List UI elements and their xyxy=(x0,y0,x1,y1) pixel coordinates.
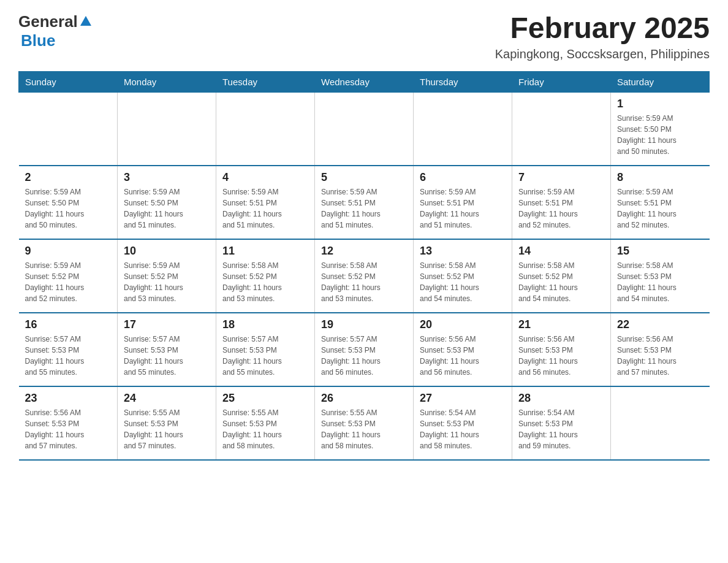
calendar-week-2: 2Sunrise: 5:59 AM Sunset: 5:50 PM Daylig… xyxy=(19,166,710,239)
day-number: 7 xyxy=(518,171,604,184)
day-number: 20 xyxy=(420,318,506,331)
day-info: Sunrise: 5:59 AM Sunset: 5:50 PM Dayligh… xyxy=(25,186,112,231)
day-number: 19 xyxy=(321,318,407,331)
day-info: Sunrise: 5:59 AM Sunset: 5:52 PM Dayligh… xyxy=(25,260,112,304)
day-info: Sunrise: 5:59 AM Sunset: 5:51 PM Dayligh… xyxy=(617,186,703,231)
header-sunday: Sunday xyxy=(19,71,118,92)
calendar-cell: 2Sunrise: 5:59 AM Sunset: 5:50 PM Daylig… xyxy=(19,166,118,239)
calendar-week-4: 16Sunrise: 5:57 AM Sunset: 5:53 PM Dayli… xyxy=(19,313,710,386)
calendar-cell: 1Sunrise: 5:59 AM Sunset: 5:50 PM Daylig… xyxy=(611,92,710,166)
calendar-cell: 27Sunrise: 5:54 AM Sunset: 5:53 PM Dayli… xyxy=(414,386,512,460)
header-monday: Monday xyxy=(118,71,216,92)
day-number: 18 xyxy=(222,318,308,331)
day-number: 12 xyxy=(321,245,407,258)
calendar-week-3: 9Sunrise: 5:59 AM Sunset: 5:52 PM Daylig… xyxy=(19,239,710,313)
title-section: February 2025 Kapingkong, Soccsksargen, … xyxy=(495,12,710,61)
day-info: Sunrise: 5:56 AM Sunset: 5:53 PM Dayligh… xyxy=(518,334,604,378)
day-number: 9 xyxy=(25,245,112,258)
day-info: Sunrise: 5:56 AM Sunset: 5:53 PM Dayligh… xyxy=(617,334,703,378)
svg-marker-0 xyxy=(80,16,91,26)
header-friday: Friday xyxy=(512,71,611,92)
calendar-cell: 17Sunrise: 5:57 AM Sunset: 5:53 PM Dayli… xyxy=(118,313,216,386)
calendar-cell: 22Sunrise: 5:56 AM Sunset: 5:53 PM Dayli… xyxy=(611,313,710,386)
calendar-cell xyxy=(414,92,512,166)
calendar-cell: 13Sunrise: 5:58 AM Sunset: 5:52 PM Dayli… xyxy=(414,239,512,313)
day-info: Sunrise: 5:56 AM Sunset: 5:53 PM Dayligh… xyxy=(25,407,112,451)
day-number: 2 xyxy=(25,171,112,184)
header-thursday: Thursday xyxy=(414,71,512,92)
day-number: 14 xyxy=(518,245,604,258)
calendar-cell: 7Sunrise: 5:59 AM Sunset: 5:51 PM Daylig… xyxy=(512,166,611,239)
day-number: 27 xyxy=(420,392,506,405)
header-tuesday: Tuesday xyxy=(216,71,315,92)
logo-general-text: General xyxy=(18,12,78,31)
day-number: 11 xyxy=(222,245,308,258)
day-info: Sunrise: 5:57 AM Sunset: 5:53 PM Dayligh… xyxy=(222,334,308,378)
day-info: Sunrise: 5:58 AM Sunset: 5:52 PM Dayligh… xyxy=(222,260,308,304)
header-row: Sunday Monday Tuesday Wednesday Thursday… xyxy=(19,71,710,92)
calendar-cell: 10Sunrise: 5:59 AM Sunset: 5:52 PM Dayli… xyxy=(118,239,216,313)
calendar-cell xyxy=(611,386,710,460)
header-wednesday: Wednesday xyxy=(315,71,414,92)
calendar-cell xyxy=(216,92,315,166)
day-number: 1 xyxy=(617,98,703,110)
day-info: Sunrise: 5:59 AM Sunset: 5:52 PM Dayligh… xyxy=(124,260,210,304)
calendar-cell: 21Sunrise: 5:56 AM Sunset: 5:53 PM Dayli… xyxy=(512,313,611,386)
calendar-cell: 26Sunrise: 5:55 AM Sunset: 5:53 PM Dayli… xyxy=(315,386,414,460)
day-number: 13 xyxy=(420,245,506,258)
logo-blue-text: Blue xyxy=(18,31,55,50)
day-number: 8 xyxy=(617,171,703,184)
calendar-cell: 25Sunrise: 5:55 AM Sunset: 5:53 PM Dayli… xyxy=(216,386,315,460)
day-info: Sunrise: 5:59 AM Sunset: 5:51 PM Dayligh… xyxy=(321,186,407,231)
calendar-cell: 23Sunrise: 5:56 AM Sunset: 5:53 PM Dayli… xyxy=(19,386,118,460)
day-info: Sunrise: 5:55 AM Sunset: 5:53 PM Dayligh… xyxy=(124,407,210,451)
calendar-week-5: 23Sunrise: 5:56 AM Sunset: 5:53 PM Dayli… xyxy=(19,386,710,460)
day-number: 22 xyxy=(617,318,703,331)
day-info: Sunrise: 5:59 AM Sunset: 5:50 PM Dayligh… xyxy=(124,186,210,231)
day-info: Sunrise: 5:54 AM Sunset: 5:53 PM Dayligh… xyxy=(420,407,506,451)
month-title: February 2025 xyxy=(495,12,710,45)
day-number: 5 xyxy=(321,171,407,184)
day-info: Sunrise: 5:59 AM Sunset: 5:51 PM Dayligh… xyxy=(222,186,308,231)
calendar-cell: 11Sunrise: 5:58 AM Sunset: 5:52 PM Dayli… xyxy=(216,239,315,313)
calendar-table: Sunday Monday Tuesday Wednesday Thursday… xyxy=(18,71,710,461)
day-number: 21 xyxy=(518,318,604,331)
day-number: 6 xyxy=(420,171,506,184)
day-info: Sunrise: 5:58 AM Sunset: 5:53 PM Dayligh… xyxy=(617,260,703,304)
day-number: 28 xyxy=(518,392,604,405)
day-info: Sunrise: 5:58 AM Sunset: 5:52 PM Dayligh… xyxy=(420,260,506,304)
calendar-cell: 18Sunrise: 5:57 AM Sunset: 5:53 PM Dayli… xyxy=(216,313,315,386)
day-info: Sunrise: 5:55 AM Sunset: 5:53 PM Dayligh… xyxy=(321,407,407,451)
day-info: Sunrise: 5:56 AM Sunset: 5:53 PM Dayligh… xyxy=(420,334,506,378)
calendar-cell: 9Sunrise: 5:59 AM Sunset: 5:52 PM Daylig… xyxy=(19,239,118,313)
calendar-cell: 19Sunrise: 5:57 AM Sunset: 5:53 PM Dayli… xyxy=(315,313,414,386)
day-info: Sunrise: 5:57 AM Sunset: 5:53 PM Dayligh… xyxy=(25,334,112,378)
day-number: 26 xyxy=(321,392,407,405)
calendar-cell xyxy=(315,92,414,166)
calendar-cell: 3Sunrise: 5:59 AM Sunset: 5:50 PM Daylig… xyxy=(118,166,216,239)
logo: General Blue xyxy=(18,12,93,50)
logo-icon xyxy=(79,15,93,28)
day-info: Sunrise: 5:57 AM Sunset: 5:53 PM Dayligh… xyxy=(124,334,210,378)
calendar-cell: 14Sunrise: 5:58 AM Sunset: 5:52 PM Dayli… xyxy=(512,239,611,313)
day-number: 17 xyxy=(124,318,210,331)
day-info: Sunrise: 5:55 AM Sunset: 5:53 PM Dayligh… xyxy=(222,407,308,451)
calendar-cell: 16Sunrise: 5:57 AM Sunset: 5:53 PM Dayli… xyxy=(19,313,118,386)
calendar-header: Sunday Monday Tuesday Wednesday Thursday… xyxy=(19,71,710,92)
calendar-cell: 4Sunrise: 5:59 AM Sunset: 5:51 PM Daylig… xyxy=(216,166,315,239)
calendar-week-1: 1Sunrise: 5:59 AM Sunset: 5:50 PM Daylig… xyxy=(19,92,710,166)
day-number: 15 xyxy=(617,245,703,258)
day-info: Sunrise: 5:59 AM Sunset: 5:51 PM Dayligh… xyxy=(518,186,604,231)
day-info: Sunrise: 5:58 AM Sunset: 5:52 PM Dayligh… xyxy=(518,260,604,304)
day-info: Sunrise: 5:54 AM Sunset: 5:53 PM Dayligh… xyxy=(518,407,604,451)
calendar-cell: 24Sunrise: 5:55 AM Sunset: 5:53 PM Dayli… xyxy=(118,386,216,460)
day-number: 24 xyxy=(124,392,210,405)
day-number: 10 xyxy=(124,245,210,258)
day-info: Sunrise: 5:59 AM Sunset: 5:51 PM Dayligh… xyxy=(420,186,506,231)
day-info: Sunrise: 5:57 AM Sunset: 5:53 PM Dayligh… xyxy=(321,334,407,378)
day-number: 4 xyxy=(222,171,308,184)
calendar-cell: 5Sunrise: 5:59 AM Sunset: 5:51 PM Daylig… xyxy=(315,166,414,239)
day-number: 16 xyxy=(25,318,112,331)
location: Kapingkong, Soccsksargen, Philippines xyxy=(495,47,710,61)
calendar-body: 1Sunrise: 5:59 AM Sunset: 5:50 PM Daylig… xyxy=(19,92,710,460)
